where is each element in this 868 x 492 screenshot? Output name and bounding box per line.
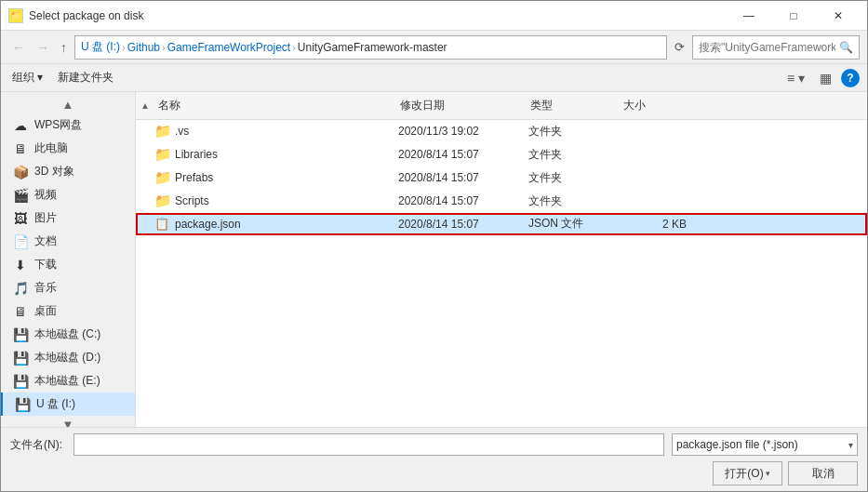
back-button[interactable]: ←	[8, 38, 29, 57]
sidebar-item-locale[interactable]: 💾 本地磁盘 (E:)	[1, 369, 135, 392]
organize-button[interactable]: 组织 ▾	[8, 68, 47, 87]
sidebar-item-docs-label: 文档	[34, 233, 57, 249]
scroll-up-icon: ▲	[62, 98, 74, 112]
col-name-header[interactable]: 名称	[154, 96, 396, 115]
open-dropdown-arrow: ▾	[766, 469, 770, 478]
search-input[interactable]	[699, 41, 835, 54]
maximize-button[interactable]: □	[772, 7, 815, 25]
sidebar-item-usbi[interactable]: 💾 U 盘 (I:)	[1, 392, 135, 416]
sort-arrow-indicator: ▲	[136, 100, 154, 111]
file-date-packagejson: 2020/8/14 15:07	[398, 218, 528, 231]
folder-icon-libraries: 📁	[154, 146, 171, 163]
wps-icon: ☁	[12, 118, 29, 133]
localc-icon: 💾	[12, 327, 29, 342]
open-label: 打开(O)	[725, 466, 763, 482]
desktop-icon: 🖥	[12, 304, 29, 319]
file-name-vs: .vs	[175, 125, 398, 138]
search-icon: 🔍	[839, 41, 853, 54]
pc-icon: 🖥	[12, 141, 29, 156]
sidebar-item-localc-label: 本地磁盘 (C:)	[34, 326, 100, 342]
file-size-packagejson: 2 KB	[621, 218, 696, 231]
breadcrumb-item-usb[interactable]: U 盘 (I:)	[81, 39, 120, 55]
filetype-select[interactable]: package.json file (*.json) ▾	[672, 433, 858, 456]
close-button[interactable]: ✕	[817, 7, 860, 25]
usbi-icon: 💾	[14, 397, 31, 412]
sidebar-item-music-label: 音乐	[34, 280, 57, 296]
sidebar-item-docs[interactable]: 📄 文档	[1, 230, 135, 253]
sidebar-item-wps-label: WPS网盘	[34, 117, 82, 133]
refresh-button[interactable]: ⟳	[671, 40, 688, 54]
folder-icon-vs: 📁	[154, 123, 171, 140]
window-controls: — □ ✕	[728, 7, 860, 25]
sidebar-item-wps[interactable]: ☁ WPS网盘	[1, 113, 135, 137]
file-row-packagejson[interactable]: 📋 package.json 2020/8/14 15:07 JSON 文件 2…	[136, 213, 867, 235]
file-row-scripts[interactable]: 📁 Scripts 2020/8/14 15:07 文件夹	[136, 190, 867, 213]
col-type-header[interactable]: 类型	[527, 96, 620, 115]
sidebar-item-images-label: 图片	[34, 210, 57, 226]
address-bar[interactable]: U 盘 (I:) › Github › GameFrameWorkProject…	[74, 35, 667, 60]
sidebar-item-images[interactable]: 🖼 图片	[1, 206, 135, 230]
sidebar-item-locald[interactable]: 💾 本地磁盘 (D:)	[1, 346, 135, 369]
organize-label: 组织 ▾	[12, 70, 43, 86]
breadcrumb-item-project[interactable]: GameFrameWorkProject	[167, 41, 290, 54]
action-row: 打开(O) ▾ 取消	[10, 461, 858, 485]
grid-view-button[interactable]: ▦	[814, 69, 837, 87]
file-date-libraries: 2020/8/14 15:07	[398, 148, 528, 161]
file-date-prefabs: 2020/8/14 15:07	[398, 171, 528, 184]
json-icon-packagejson: 📋	[154, 217, 171, 231]
title-bar-left: 📁 Select package on disk	[8, 8, 143, 23]
help-button[interactable]: ?	[841, 69, 860, 87]
sidebar-item-desktop[interactable]: 🖥 桌面	[1, 299, 135, 323]
breadcrumb-item-github[interactable]: Github	[127, 41, 160, 54]
file-row-prefabs[interactable]: 📁 Prefabs 2020/8/14 15:07 文件夹	[136, 166, 867, 190]
file-row-libraries[interactable]: 📁 Libraries 2020/8/14 15:07 文件夹	[136, 143, 867, 166]
file-name-prefabs: Prefabs	[175, 171, 398, 184]
sidebar-item-download[interactable]: ⬇ 下载	[1, 253, 135, 276]
search-bar[interactable]: 🔍	[692, 35, 860, 60]
main-content: ▲ ☁ WPS网盘 🖥 此电脑 📦 3D 对象 🎬 视频 🖼 图片	[1, 92, 867, 427]
sidebar-item-desktop-label: 桌面	[34, 303, 57, 319]
sidebar-item-3d-label: 3D 对象	[34, 164, 74, 180]
file-name-packagejson: package.json	[175, 218, 398, 231]
file-type-packagejson: JSON 文件	[528, 216, 621, 232]
sidebar-item-video[interactable]: 🎬 视频	[1, 183, 135, 206]
sidebar-item-3d[interactable]: 📦 3D 对象	[1, 160, 135, 183]
sidebar: ▲ ☁ WPS网盘 🖥 此电脑 📦 3D 对象 🎬 视频 🖼 图片	[1, 92, 136, 427]
scroll-down-indicator: ▼	[1, 416, 135, 427]
breadcrumb: U 盘 (I:) › Github › GameFrameWorkProject…	[81, 39, 447, 55]
scroll-up-indicator: ▲	[1, 96, 135, 113]
file-name-libraries: Libraries	[175, 148, 398, 161]
video-icon: 🎬	[12, 188, 29, 203]
sidebar-item-localc[interactable]: 💾 本地磁盘 (C:)	[1, 323, 135, 346]
window-icon: 📁	[8, 8, 23, 23]
locald-icon: 💾	[12, 351, 29, 366]
forward-button[interactable]: →	[33, 38, 53, 57]
sidebar-item-video-label: 视频	[34, 187, 57, 203]
open-button[interactable]: 打开(O) ▾	[713, 461, 782, 485]
up-button[interactable]: ↑	[57, 38, 71, 57]
sidebar-item-thispc[interactable]: 🖥 此电脑	[1, 137, 135, 160]
folder-icon-scripts: 📁	[154, 193, 171, 209]
docs-icon: 📄	[12, 234, 29, 249]
cancel-button[interactable]: 取消	[788, 461, 858, 485]
nav-toolbar: ← → ↑ U 盘 (I:) › Github › GameFrameWorkP…	[1, 31, 867, 64]
file-name-scripts: Scripts	[175, 194, 398, 207]
folder-icon-prefabs: 📁	[154, 169, 171, 186]
col-size-header[interactable]: 大小	[620, 96, 694, 115]
new-folder-label: 新建文件夹	[58, 70, 114, 86]
sidebar-item-music[interactable]: 🎵 音乐	[1, 276, 135, 299]
download-icon: ⬇	[12, 258, 29, 273]
file-date-vs: 2020/11/3 19:02	[398, 125, 528, 138]
new-folder-button[interactable]: 新建文件夹	[54, 68, 117, 87]
cancel-label: 取消	[812, 466, 835, 482]
file-dialog-window: 📁 Select package on disk — □ ✕ ← → ↑ U 盘…	[0, 0, 868, 492]
col-date-header[interactable]: 修改日期	[396, 96, 527, 115]
filetype-dropdown-arrow: ▾	[848, 440, 853, 450]
filename-input[interactable]	[73, 433, 664, 456]
file-row-vs[interactable]: 📁 .vs 2020/11/3 19:02 文件夹	[136, 120, 867, 143]
filename-row: 文件名(N): package.json file (*.json) ▾	[10, 433, 858, 456]
list-view-button[interactable]: ≡ ▾	[781, 69, 810, 87]
minimize-button[interactable]: —	[728, 7, 770, 25]
filename-label: 文件名(N):	[10, 437, 66, 453]
file-date-scripts: 2020/8/14 15:07	[398, 194, 528, 207]
